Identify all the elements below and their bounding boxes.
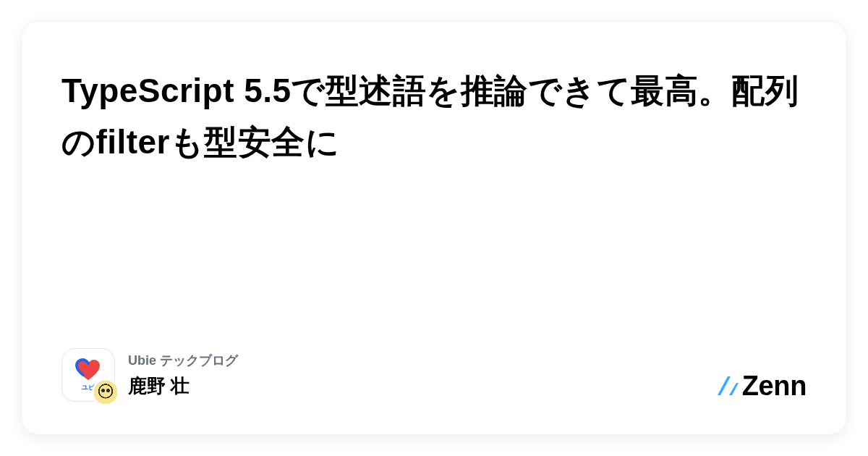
author-avatar: [92, 379, 119, 406]
author-name: 鹿野 壮: [128, 373, 238, 399]
card-footer: ユビ Ubie テックブログ 鹿野 壮 Zenn: [61, 348, 807, 402]
author-info: Ubie テックブログ 鹿野 壮: [128, 352, 238, 399]
platform-logo: Zenn: [716, 371, 807, 402]
article-title: TypeScript 5.5で型述語を推論できて最高。配列のfilterも型安全…: [61, 65, 807, 169]
zenn-logo-icon: [716, 375, 739, 398]
heart-icon: [75, 358, 101, 381]
og-card: TypeScript 5.5で型述語を推論できて最高。配列のfilterも型安全…: [22, 22, 846, 434]
author-section: ユビ Ubie テックブログ 鹿野 壮: [61, 348, 238, 402]
publication-name: Ubie テックブログ: [128, 352, 238, 369]
avatar-stack: ユビ: [61, 348, 115, 402]
platform-name: Zenn: [742, 371, 807, 402]
